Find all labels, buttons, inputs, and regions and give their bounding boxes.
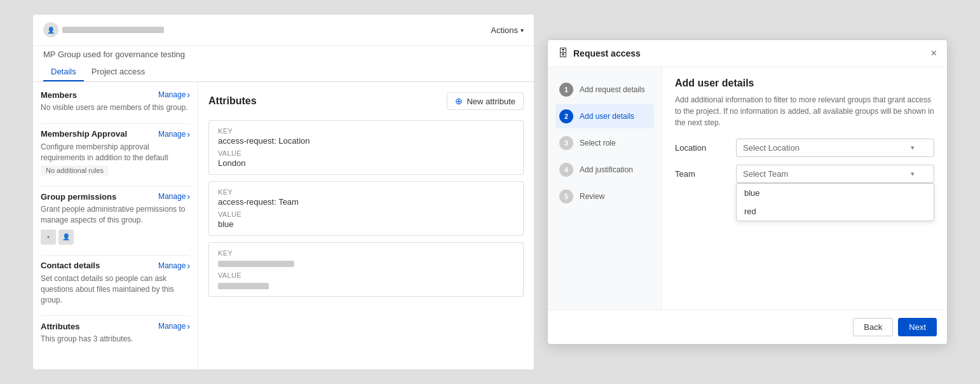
step-4[interactable]: 4 Add justification (555, 158, 654, 182)
attribute-row-2: Key access-request: Team Value blue (208, 181, 524, 236)
attr2-key-value: access-request: Team (218, 197, 514, 207)
section-group-permissions: Group permissions Manage Grant people ad… (41, 191, 190, 245)
attr3-key-blurred (218, 261, 294, 267)
tab-project-access[interactable]: Project access (84, 63, 153, 81)
modal-close-button[interactable]: × (931, 48, 937, 59)
membership-title: Membership Approval (41, 129, 127, 139)
next-button[interactable]: Next (898, 318, 937, 336)
panel-header: 👤 Actions (33, 15, 534, 46)
members-manage-link[interactable]: Manage (158, 90, 190, 100)
permissions-desc: Grant people administrative permissions … (41, 204, 190, 226)
section-contact-details: Contact details Manage Set contact detai… (41, 261, 190, 305)
step-3[interactable]: 3 Select role (555, 131, 654, 155)
actions-button[interactable]: Actions (491, 25, 524, 35)
attribute-row-1: Key access-request: Location Value Londo… (208, 120, 524, 175)
permission-icons: ▪ 👤 (41, 230, 190, 245)
section-members-header: Members Manage (41, 90, 190, 100)
step-1: 1 Add request details (555, 78, 654, 102)
avatar-icon: 👤 (43, 22, 58, 38)
contact-title: Contact details (41, 261, 100, 270)
modal-title-row: 🗄 Request access (558, 48, 641, 59)
team-option-blue[interactable]: blue (737, 184, 934, 202)
permissions-manage-link[interactable]: Manage (158, 191, 190, 202)
team-dropdown-menu: blue red (736, 183, 934, 221)
members-title: Members (41, 90, 77, 100)
location-select-wrapper: Select Location (736, 139, 934, 157)
modal-header: 🗄 Request access × (548, 40, 947, 67)
location-select[interactable]: Select Location (736, 139, 934, 157)
membership-manage-link[interactable]: Manage (158, 129, 190, 139)
attr2-val-value: blue (218, 219, 514, 229)
section-attributes: Attributes Manage This group has 3 attri… (41, 321, 190, 345)
left-content: Members Manage No visible users are memb… (33, 82, 534, 369)
membership-desc: Configure membership approval requiremen… (41, 142, 190, 163)
attr2-val-label: Value (218, 210, 514, 218)
step-5[interactable]: 5 Review (555, 184, 654, 209)
team-label: Team (675, 169, 726, 179)
request-access-modal: 🗄 Request access × 1 Add request details… (547, 39, 948, 345)
content-panel: Add user details Add additional informat… (662, 67, 947, 310)
step-2[interactable]: 2 Add user details (555, 104, 654, 128)
attr3-val-label: Value (218, 271, 514, 279)
attributes-sidebar-title: Attributes (41, 322, 79, 331)
step-1-num: 1 (559, 83, 573, 97)
team-select-placeholder: Select Team (743, 169, 788, 179)
permissions-title: Group permissions (41, 192, 116, 202)
step-3-label: Select role (580, 139, 616, 147)
section-membership-header: Membership Approval Manage (41, 129, 190, 139)
modal-footer: Back Next (548, 310, 947, 344)
attr3-key-label: Key (218, 249, 514, 257)
perm-icon-1: ▪ (41, 230, 56, 245)
modal-title: Request access (573, 48, 641, 58)
contact-manage-link[interactable]: Manage (158, 261, 190, 271)
membership-tag: No additional rules (41, 165, 109, 175)
attributes-sidebar-desc: This group has 3 attributes. (41, 334, 190, 345)
attributes-manage-link[interactable]: Manage (158, 321, 190, 331)
attributes-main-title: Attributes (208, 95, 257, 107)
attr1-key-value: access-request: Location (218, 136, 514, 146)
members-desc: No visible users are members of this gro… (41, 102, 190, 113)
perm-icon-2: 👤 (58, 230, 74, 245)
team-option-red[interactable]: red (737, 202, 934, 221)
step-4-num: 4 (559, 163, 573, 177)
step-2-label: Add user details (580, 112, 634, 121)
team-field-row: Team Select Team blue red (675, 165, 934, 183)
section-permissions-header: Group permissions Manage (41, 191, 190, 202)
left-panel: 👤 Actions MP Group used for governance t… (32, 14, 534, 370)
back-button[interactable]: Back (853, 318, 893, 336)
group-name: MP Group used for governance testing (33, 46, 534, 63)
steps-panel: 1 Add request details 2 Add user details… (548, 67, 662, 310)
location-field-row: Location Select Location (675, 139, 934, 157)
breadcrumb: 👤 (43, 22, 164, 38)
content-desc: Add additional information to filter to … (675, 94, 934, 128)
modal-body: 1 Add request details 2 Add user details… (548, 67, 947, 310)
step-4-label: Add justification (580, 165, 633, 174)
step-5-label: Review (580, 192, 604, 201)
attr3-key-value (218, 258, 514, 268)
attr1-val-label: Value (218, 149, 514, 157)
attr2-key-label: Key (218, 188, 514, 196)
main-area: Attributes New attribute Key access-requ… (198, 82, 534, 369)
tabs-row: Details Project access (33, 63, 534, 82)
breadcrumb-path (62, 27, 164, 33)
location-label: Location (675, 143, 726, 153)
team-select[interactable]: Select Team (736, 165, 934, 183)
attr3-val-value (218, 280, 514, 290)
attributes-header: Attributes New attribute (208, 92, 524, 110)
section-membership-approval: Membership Approval Manage Configure mem… (41, 129, 190, 176)
attr3-val-blurred (218, 283, 269, 289)
section-attributes-header: Attributes Manage (41, 321, 190, 331)
tab-details[interactable]: Details (43, 63, 84, 81)
step-5-num: 5 (559, 189, 573, 203)
team-select-wrapper: Select Team blue red (736, 165, 934, 183)
content-title: Add user details (675, 78, 934, 89)
new-attribute-button[interactable]: New attribute (447, 92, 524, 110)
sidebar: Members Manage No visible users are memb… (33, 82, 198, 369)
attr1-val-value: London (218, 158, 514, 168)
contact-desc: Set contact details so people can ask qu… (41, 273, 190, 305)
location-select-placeholder: Select Location (743, 143, 800, 153)
step-1-label: Add request details (580, 85, 645, 94)
step-2-num: 2 (559, 109, 573, 123)
section-members: Members Manage No visible users are memb… (41, 90, 190, 113)
step-3-num: 3 (559, 136, 573, 150)
